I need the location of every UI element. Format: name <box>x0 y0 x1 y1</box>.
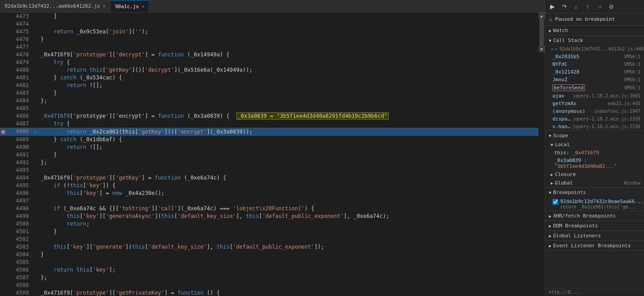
breakpoint-gutter[interactable]: ● <box>0 128 6 136</box>
callstack-item[interactable]: NYFdCVM56:1 <box>545 60 644 68</box>
breakpoint-gutter[interactable] <box>0 213 6 220</box>
xhr-header[interactable]: ▶ XHR/fetch Breakpoints <box>545 211 644 221</box>
tab-1[interactable]: 92da1b9c13d7432...aa66e641262.js × <box>0 0 110 12</box>
breakpoint-gutter[interactable] <box>0 159 6 166</box>
line-content[interactable]: try { <box>39 59 538 66</box>
breakpoint-gutter[interactable] <box>0 59 6 66</box>
line-content[interactable]: }; <box>39 97 538 105</box>
callstack-item[interactable]: JmnuZVM56:1 <box>545 76 644 83</box>
breakpoint-gutter[interactable] <box>0 266 6 274</box>
line-content[interactable]: }; <box>39 159 538 166</box>
breakpoint-gutter[interactable] <box>0 36 6 43</box>
breakpoint-gutter[interactable] <box>0 236 6 243</box>
line-content[interactable]: try { <box>39 120 538 128</box>
line-content[interactable]: if (!this['key']) { <box>39 182 538 190</box>
breakpoint-gutter[interactable] <box>0 13 6 20</box>
scroll-down-btn[interactable]: ▼ <box>538 46 545 52</box>
breakpoint-gutter[interactable] <box>0 82 6 89</box>
vertical-scrollbar[interactable]: ▲ ▼ <box>538 13 545 296</box>
line-content[interactable]: return ![]; <box>39 82 538 89</box>
line-content[interactable]: return ![]; <box>39 143 538 151</box>
tab-2[interactable]: 90a1c.js × <box>110 0 149 12</box>
line-content[interactable] <box>39 282 538 289</box>
callstack-item[interactable]: ajaxjquery-1.10.2.min.js:3601 <box>545 92 644 100</box>
scope-this-key[interactable]: this: <box>554 150 572 156</box>
scroll-thumb[interactable] <box>539 19 544 46</box>
step-forward-button[interactable]: → <box>595 2 604 11</box>
line-content[interactable]: } <box>39 251 538 259</box>
watch-header[interactable]: ▶ Watch <box>545 26 644 35</box>
event-header[interactable]: ▶ Event Listener Breakpoints <box>545 241 644 250</box>
line-content[interactable]: _0x4716f9['prototype']['getKey'] = funct… <box>39 174 538 182</box>
scope-global[interactable]: ▶ Global Window <box>545 179 644 187</box>
breakpoint-gutter[interactable] <box>0 74 6 82</box>
breakpoint-gutter[interactable] <box>0 289 6 296</box>
line-content[interactable] <box>39 197 538 205</box>
global-header[interactable]: ▶ Global Listeners <box>545 231 644 240</box>
line-content[interactable]: return _0x2ca961(this['getKey']()['encry… <box>39 128 538 136</box>
line-content[interactable]: }; <box>39 274 538 282</box>
callstack-item[interactable]: _0x121428VM56:1 <box>545 68 644 76</box>
breakpoint-gutter[interactable] <box>0 259 6 266</box>
callstack-item[interactable]: getYzmXxeab23.js:445 <box>545 100 644 107</box>
tab-1-close[interactable]: × <box>103 4 106 9</box>
breakpoint-gutter[interactable] <box>0 136 6 143</box>
line-content[interactable]: } <box>39 151 538 159</box>
line-content[interactable] <box>39 43 538 51</box>
callstack-header[interactable]: ▼ Call Stack <box>545 36 644 45</box>
tab-2-close[interactable]: × <box>142 4 144 9</box>
line-content[interactable]: } <box>39 36 538 43</box>
breakpoint-gutter[interactable] <box>0 251 6 259</box>
breakpoint-gutter[interactable] <box>0 97 6 105</box>
line-content[interactable] <box>39 105 538 112</box>
breakpoint-gutter[interactable] <box>0 28 6 36</box>
breakpoint-checkbox-1[interactable] <box>552 199 558 205</box>
breakpoint-gutter[interactable] <box>0 282 6 289</box>
scope-header[interactable]: ▼ Scope <box>545 131 644 140</box>
scope-var-key[interactable]: _0x3a0839 <box>554 157 581 163</box>
line-content[interactable]: if (_0xe6a74c && {}['toString']['call'](… <box>39 205 538 213</box>
breakpoint-gutter[interactable] <box>0 151 6 159</box>
line-content[interactable]: } <box>39 89 538 97</box>
line-content[interactable]: return _0x9c53ea['join'](''); <box>39 28 538 36</box>
line-content[interactable]: } <box>39 13 538 20</box>
callstack-item[interactable]: beforeSendVM56:1 <box>545 83 644 92</box>
breakpoint-gutter[interactable] <box>0 228 6 236</box>
line-content[interactable]: _0x4716f9['prototype']['encrypt'] = func… <box>39 112 538 120</box>
step-over-button[interactable]: ↷ <box>560 2 569 11</box>
step-out-button[interactable]: ↑ <box>583 2 592 11</box>
breakpoint-gutter[interactable] <box>0 51 6 59</box>
breakpoint-gutter[interactable] <box>0 174 6 182</box>
breakpoint-gutter[interactable] <box>0 166 6 174</box>
line-content[interactable]: _0x4716f9['prototype']['decrypt'] = func… <box>39 51 538 59</box>
breakpoint-gutter[interactable] <box>0 197 6 205</box>
callstack-item[interactable]: _0x2035b5VM56:1 <box>545 53 644 60</box>
breakpoint-gutter[interactable] <box>0 205 6 213</box>
line-content[interactable]: _0x4716f9['prototype']['getPrivateKey'] … <box>39 289 538 296</box>
breakpoint-gutter[interactable] <box>0 190 6 197</box>
callstack-item[interactable]: ▶_0x4716f9.encrypt92da1b9c13d7432...6412… <box>545 45 644 53</box>
callstack-item[interactable]: (anonymous)indexfunc.js:1947 <box>545 107 644 115</box>
line-content[interactable] <box>39 166 538 174</box>
line-content[interactable]: } catch (_0x1db6af) { <box>39 136 538 143</box>
line-content[interactable]: } <box>39 228 538 236</box>
breakpoint-gutter[interactable] <box>0 89 6 97</box>
breakpoint-gutter[interactable] <box>0 20 6 28</box>
callstack-item[interactable]: v.handlejquery-1.10.2.min.js:2236 <box>545 123 644 130</box>
line-content[interactable]: return this['getKey']()['decrypt'](_0x51… <box>39 66 538 74</box>
line-content[interactable]: return; <box>39 220 538 228</box>
deactivate-button[interactable]: ⊘ <box>607 2 616 11</box>
breakpoint-gutter[interactable] <box>0 66 6 74</box>
line-content[interactable]: } catch (_0x534cac) { <box>39 74 538 82</box>
breakpoints-header[interactable]: ▼ Breakpoints <box>545 188 644 197</box>
callstack-item[interactable]: dispatchjquery-1.10.2.min.js:2335 <box>545 115 644 123</box>
breakpoint-gutter[interactable] <box>0 243 6 251</box>
line-content[interactable]: return this['key']; <box>39 266 538 274</box>
line-content[interactable]: this['key']['generate'](this['default_ke… <box>39 243 538 251</box>
breakpoint-gutter[interactable] <box>0 220 6 228</box>
breakpoint-gutter[interactable] <box>0 274 6 282</box>
code-area[interactable]: 4473 }44744475 return _0x9c53ea['join'](… <box>0 13 538 296</box>
scope-local[interactable]: ▼ Local <box>545 140 644 149</box>
breakpoint-gutter[interactable] <box>0 120 6 128</box>
scope-closure[interactable]: ▶ Closure <box>545 170 644 179</box>
